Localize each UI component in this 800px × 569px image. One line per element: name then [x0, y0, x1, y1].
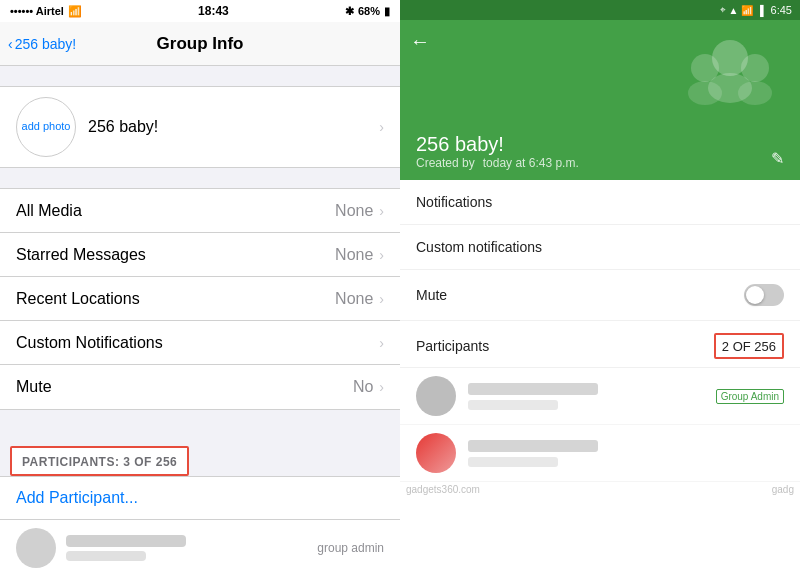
ios-status-bar: •••••• Airtel 📶 18:43 ✱ 68% ▮	[0, 0, 400, 22]
android-back-button[interactable]: ←	[410, 30, 430, 53]
ios-time: 18:43	[198, 4, 229, 18]
android-watermark-row: gadgets360.com gadg	[400, 482, 800, 497]
participant-name-1	[66, 535, 186, 547]
participant-avatar-1	[16, 528, 56, 568]
mute-row[interactable]: Mute No ›	[0, 365, 400, 409]
android-participant-num-2	[468, 457, 558, 467]
android-edit-button[interactable]: ✎	[771, 149, 784, 168]
android-group-created: Created by today at 6:43 p.m.	[416, 156, 784, 170]
add-photo-label: add photo	[22, 120, 71, 133]
custom-notifications-label: Custom notifications	[416, 239, 784, 255]
info-section: All Media None › Starred Messages None ›…	[0, 188, 400, 410]
mute-chevron-icon: ›	[379, 379, 384, 395]
android-participant-row-2	[400, 425, 800, 482]
android-status-bar: ⌖ ▲ 📶 ▐ 6:45	[400, 0, 800, 20]
recent-locations-row[interactable]: Recent Locations None ›	[0, 277, 400, 321]
android-participant-name-1	[468, 383, 598, 395]
android-avatar-1	[416, 376, 456, 416]
participants-header: Participants 2 OF 256	[400, 321, 800, 368]
bluetooth-icon: ✱	[345, 5, 354, 18]
android-participant-name-2	[468, 440, 598, 452]
group-illustration	[670, 30, 790, 110]
group-header: add photo 256 baby! ›	[0, 86, 400, 168]
starred-messages-chevron-icon: ›	[379, 247, 384, 263]
android-participant-info-1	[468, 383, 704, 410]
custom-notifications-row[interactable]: Custom notifications	[400, 225, 800, 270]
android-participant-row-1: Group Admin	[400, 368, 800, 425]
participant-sub-1	[66, 551, 146, 561]
group-chevron-icon: ›	[379, 119, 384, 135]
battery-label: 68%	[358, 5, 380, 17]
participants-header-label: PARTICIPANTS: 3 OF 256	[22, 455, 177, 469]
left-panel: •••••• Airtel 📶 18:43 ✱ 68% ▮ ‹ 256 baby…	[0, 0, 400, 569]
ios-status-left: •••••• Airtel 📶	[10, 5, 82, 18]
participant-row-1: group admin	[0, 520, 400, 569]
add-participant-row[interactable]: Add Participant...	[0, 476, 400, 520]
android-group-name: 256 baby!	[416, 133, 784, 156]
starred-messages-label: Starred Messages	[16, 246, 335, 264]
back-chevron-icon: ‹	[8, 36, 13, 52]
participants-label: Participants	[416, 338, 489, 354]
ios-status-right: ✱ 68% ▮	[345, 5, 390, 18]
wifi-icon: 📶	[68, 5, 82, 18]
participants-count: 2 OF 256	[722, 339, 776, 354]
android-participant-num-1	[468, 400, 558, 410]
ios-nav-bar: ‹ 256 baby! Group Info	[0, 22, 400, 66]
notifications-row[interactable]: Notifications	[400, 180, 800, 225]
back-label: 256 baby!	[15, 36, 77, 52]
android-participant-info-2	[468, 440, 784, 467]
android-time: 6:45	[771, 4, 792, 16]
add-participant-label: Add Participant...	[16, 489, 138, 506]
svg-point-5	[738, 81, 772, 105]
recent-locations-label: Recent Locations	[16, 290, 335, 308]
all-media-row[interactable]: All Media None ›	[0, 189, 400, 233]
nav-title: Group Info	[157, 34, 244, 54]
group-name: 256 baby!	[88, 118, 367, 136]
battery-icon: ▮	[384, 5, 390, 18]
custom-notifications-label: Custom Notifications	[16, 334, 379, 352]
android-avatar-img-2	[416, 433, 456, 473]
recent-locations-value: None	[335, 290, 373, 308]
ios-content: add photo 256 baby! › All Media None › S…	[0, 66, 400, 569]
android-group-name-section: 256 baby! Created by today at 6:43 p.m.	[416, 133, 784, 170]
mute-row[interactable]: Mute	[400, 270, 800, 321]
all-media-label: All Media	[16, 202, 335, 220]
wifi-icon: ▲	[729, 5, 739, 16]
signal-icon: 📶	[741, 5, 753, 16]
add-photo-button[interactable]: add photo	[16, 97, 76, 157]
notifications-label: Notifications	[416, 194, 784, 210]
android-group-admin-badge: Group Admin	[716, 389, 784, 404]
created-time: today at 6:43 p.m.	[483, 156, 579, 170]
right-panel: ⌖ ▲ 📶 ▐ 6:45 ← 256 baby! Cr	[400, 0, 800, 569]
participant-info-1	[66, 535, 307, 561]
mute-toggle[interactable]	[744, 284, 784, 306]
custom-notifications-chevron-icon: ›	[379, 335, 384, 351]
participants-wrapper: PARTICIPANTS: 3 OF 256	[0, 430, 400, 476]
battery-icon: ▐	[756, 5, 763, 16]
carrier-label: •••••• Airtel	[10, 5, 64, 17]
location-icon: ⌖	[720, 4, 726, 16]
back-button[interactable]: ‹ 256 baby!	[8, 36, 76, 52]
android-info-list: Notifications Custom notifications Mute …	[400, 180, 800, 482]
android-header: ← 256 baby! Created by today at 6:43 p.m…	[400, 20, 800, 180]
mute-label: Mute	[416, 287, 744, 303]
mute-value: No	[353, 378, 373, 396]
android-watermark-right: gadg	[772, 484, 794, 495]
created-by-label: Created by	[416, 156, 475, 170]
svg-point-4	[688, 81, 722, 105]
recent-locations-chevron-icon: ›	[379, 291, 384, 307]
mute-label: Mute	[16, 378, 353, 396]
android-status-icons: ⌖ ▲ 📶 ▐ 6:45	[720, 4, 792, 16]
all-media-value: None	[335, 202, 373, 220]
group-admin-badge: group admin	[317, 541, 384, 555]
starred-messages-row[interactable]: Starred Messages None ›	[0, 233, 400, 277]
android-watermark-left: gadgets360.com	[406, 484, 480, 495]
starred-messages-value: None	[335, 246, 373, 264]
custom-notifications-row[interactable]: Custom Notifications ›	[0, 321, 400, 365]
group-svg-icon	[675, 33, 785, 108]
all-media-chevron-icon: ›	[379, 203, 384, 219]
android-avatar-2	[416, 433, 456, 473]
